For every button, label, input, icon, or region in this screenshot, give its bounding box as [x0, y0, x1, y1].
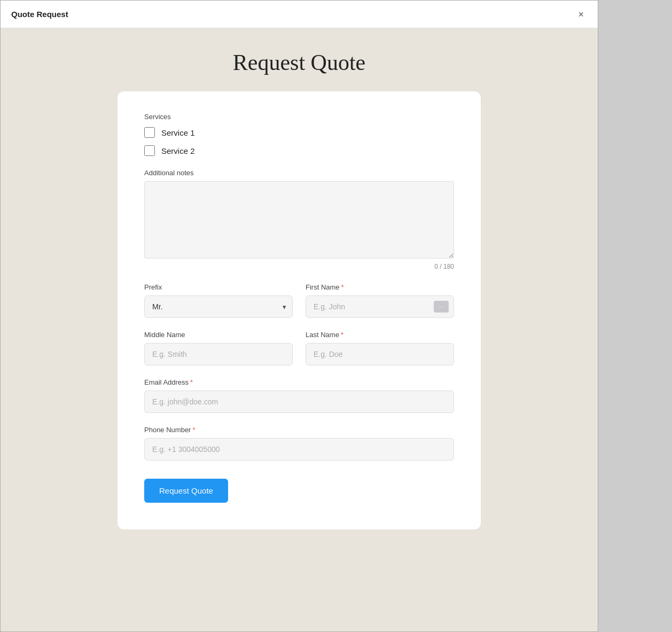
email-label: Email Address* — [144, 378, 454, 386]
middle-name-group: Middle Name — [144, 331, 293, 365]
additional-notes-group: Additional notes 0 / 180 — [144, 169, 454, 270]
services-label: Services — [144, 113, 454, 121]
middle-name-label: Middle Name — [144, 331, 293, 339]
modal-body: Request Quote Services Service 1 Service… — [1, 28, 598, 631]
middlename-lastname-row: Middle Name Last Name* — [144, 331, 454, 365]
email-input[interactable] — [144, 391, 454, 413]
prefix-firstname-row: Prefix Mr. Mrs. Ms. Dr. Prof. ▾ — [144, 283, 454, 318]
service2-label[interactable]: Service 2 — [161, 146, 195, 155]
modal-header: Quote Request × — [1, 1, 598, 28]
phone-group: Phone Number* — [144, 426, 454, 461]
first-name-icon-button[interactable]: ··· — [434, 301, 449, 313]
middle-name-input[interactable] — [144, 343, 293, 365]
first-name-input[interactable] — [306, 295, 454, 318]
additional-notes-textarea[interactable] — [144, 181, 454, 259]
service1-checkbox[interactable] — [144, 127, 155, 138]
page-heading: Request Quote — [233, 50, 365, 75]
close-button[interactable]: × — [575, 9, 587, 20]
first-name-group: First Name* ··· — [306, 283, 454, 318]
phone-label: Phone Number* — [144, 426, 454, 434]
last-name-group: Last Name* — [306, 331, 454, 365]
service1-checkbox-item[interactable]: Service 1 — [144, 127, 454, 138]
modal-title: Quote Request — [11, 10, 68, 19]
form-card: Services Service 1 Service 2 Additional … — [118, 91, 481, 529]
char-count: 0 / 180 — [144, 263, 454, 270]
service2-checkbox[interactable] — [144, 145, 155, 156]
submit-button[interactable]: Request Quote — [144, 479, 228, 503]
services-group: Services Service 1 Service 2 — [144, 113, 454, 156]
modal-container: Quote Request × Request Quote Services S… — [0, 0, 598, 632]
additional-notes-label: Additional notes — [144, 169, 454, 177]
last-name-input[interactable] — [306, 343, 454, 365]
service2-checkbox-item[interactable]: Service 2 — [144, 145, 454, 156]
last-name-label: Last Name* — [306, 331, 454, 339]
prefix-label: Prefix — [144, 283, 293, 291]
first-name-label: First Name* — [306, 283, 454, 291]
first-name-wrapper: ··· — [306, 295, 454, 318]
prefix-group: Prefix Mr. Mrs. Ms. Dr. Prof. ▾ — [144, 283, 293, 318]
service1-label[interactable]: Service 1 — [161, 128, 195, 137]
prefix-select[interactable]: Mr. Mrs. Ms. Dr. Prof. — [144, 295, 293, 318]
prefix-select-wrapper: Mr. Mrs. Ms. Dr. Prof. ▾ — [144, 295, 293, 318]
email-group: Email Address* — [144, 378, 454, 413]
phone-input[interactable] — [144, 438, 454, 461]
